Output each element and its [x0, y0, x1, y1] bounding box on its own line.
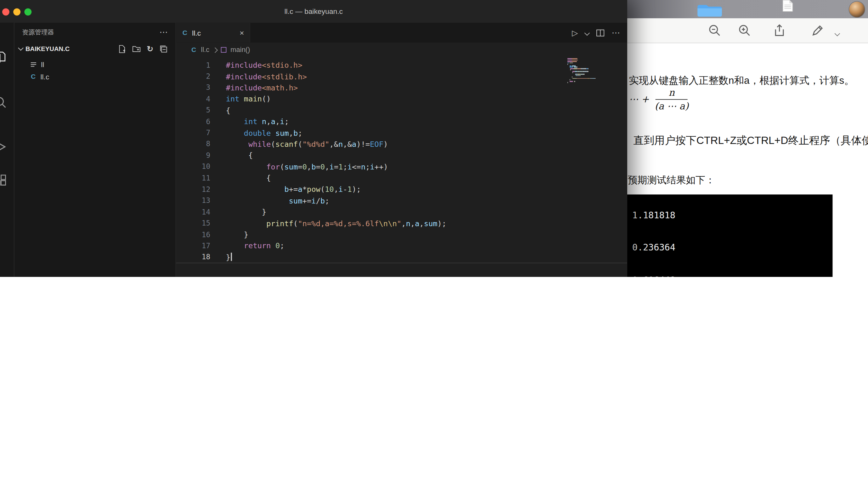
code-text: while(scanf("%d%d",&n,&a)!=EOF): [226, 140, 388, 148]
code-line[interactable]: 18}: [176, 251, 627, 263]
new-folder-icon[interactable]: [132, 45, 141, 53]
code-line[interactable]: 16 }: [176, 229, 627, 240]
search-icon[interactable]: [0, 96, 7, 109]
new-file-icon[interactable]: [118, 45, 126, 53]
more-actions-icon[interactable]: [612, 28, 620, 38]
user-avatar[interactable]: [849, 2, 865, 17]
code-line[interactable]: 15 printf("n=%d,a=%d,s=%.6lf\n\n",n,a,su…: [176, 217, 627, 229]
code-line[interactable]: 7 double sum,b;: [176, 127, 627, 138]
fraction-bar: [656, 99, 688, 99]
explorer-actions: [118, 45, 175, 53]
share-icon[interactable]: [773, 24, 786, 37]
code-line[interactable]: 1#include<stdio.h>: [176, 59, 627, 70]
folder-section-header[interactable]: BAIKEYUAN.C: [14, 41, 176, 56]
line-number: 13: [176, 196, 226, 204]
line-number: 11: [176, 174, 226, 182]
code-text: #include<stdlib.h>: [226, 72, 307, 81]
code-line[interactable]: 11 {: [176, 172, 627, 184]
editor-region: ll.c ll.c main(): [176, 23, 627, 277]
chevron-down-icon[interactable]: [835, 28, 848, 41]
console-line: [632, 253, 833, 264]
editor-tab-bar: ll.c: [176, 23, 627, 42]
collapse-all-icon[interactable]: [160, 45, 168, 53]
editor-cursor: [231, 253, 232, 261]
formula-denominator: (a ⋯ a): [655, 101, 689, 111]
line-number: 9: [176, 151, 226, 160]
line-number: 14: [176, 208, 226, 216]
console-line: [632, 221, 833, 231]
console-line: 0.236364: [632, 242, 833, 253]
tab-llc[interactable]: ll.c: [176, 23, 250, 42]
sidebar-header: 资源管理器: [14, 23, 176, 41]
title-bar[interactable]: ll.c — baikeyuan.c: [0, 0, 627, 23]
code-text: return 0;: [226, 241, 284, 250]
code-text: {: [226, 106, 230, 115]
code-line[interactable]: 14 }: [176, 206, 627, 217]
explorer-sidebar: 资源管理器 BAIKEYUAN.C ll: [14, 23, 176, 277]
code-line[interactable]: 3#include<math.h>: [176, 82, 627, 93]
close-tab-icon[interactable]: [240, 28, 244, 37]
document-icon[interactable]: [780, 0, 794, 12]
code-text: {: [226, 151, 253, 160]
sidebar-more-actions-icon[interactable]: [160, 27, 168, 37]
c-file-icon: [30, 73, 36, 80]
expected-output-screenshot: 1.181818 0.236364 0.606448 -------------…: [627, 194, 833, 277]
code-line[interactable]: 12 b+=a*pow(10,i-1);: [176, 184, 627, 195]
activity-bar: [0, 23, 14, 277]
symbol-icon: [221, 47, 226, 53]
doc-paragraph-3: 预期测试结果如下：: [628, 174, 715, 187]
console-line: [632, 264, 833, 275]
breadcrumb[interactable]: ll.c main(): [176, 42, 627, 57]
code-line[interactable]: 6 int n,a,i;: [176, 116, 627, 127]
zoom-in-icon[interactable]: [738, 24, 751, 37]
line-number: 15: [176, 219, 226, 227]
tab-label: ll.c: [192, 29, 201, 37]
file-name: ll: [41, 60, 44, 68]
split-editor-icon[interactable]: [596, 29, 604, 37]
line-number: 8: [176, 140, 226, 148]
line-number: 12: [176, 185, 226, 193]
code-line[interactable]: 9 {: [176, 150, 627, 161]
run-code-button[interactable]: [572, 28, 578, 38]
explorer-icon[interactable]: [0, 50, 7, 64]
formula-fraction: n (a ⋯ a): [655, 88, 689, 111]
code-line[interactable]: 4int main(): [176, 93, 627, 105]
editor-actions: [572, 28, 627, 38]
code-text: {: [226, 174, 271, 182]
file-name: ll.c: [40, 73, 49, 81]
code-text: int n,a,i;: [226, 117, 289, 126]
run-dropdown-icon[interactable]: [584, 30, 590, 35]
code-line[interactable]: 5{: [176, 105, 627, 116]
zoom-out-icon[interactable]: [708, 24, 721, 37]
breadcrumb-file[interactable]: ll.c: [201, 46, 209, 54]
code-text: for(sum=0,b=0,i=1;i<=n;i++): [226, 162, 388, 171]
folder-icon[interactable]: [697, 2, 722, 17]
markup-pencil-icon[interactable]: [811, 24, 824, 37]
code-line[interactable]: 8 while(scanf("%d%d",&n,&a)!=EOF): [176, 138, 627, 150]
breadcrumb-symbol[interactable]: main(): [230, 46, 250, 54]
run-debug-icon[interactable]: [0, 140, 7, 153]
code-text: double sum,b;: [226, 128, 303, 137]
code-editor[interactable]: 1#include<stdio.h>2#include<stdlib.h>3#i…: [176, 57, 627, 277]
line-number: 6: [176, 117, 226, 125]
code-line[interactable]: 13 sum+=i/b;: [176, 195, 627, 206]
vscode-window: ll.c — baikeyuan.c: [0, 0, 627, 277]
minimap[interactable]: [567, 58, 621, 84]
file-item-llc[interactable]: ll.c: [14, 70, 176, 83]
refresh-icon[interactable]: [147, 45, 154, 53]
folder-name: BAIKEYUAN.C: [26, 45, 69, 52]
code-text: }: [226, 253, 232, 261]
doc-paragraph-2: 直到用户按下CTRL+Z或CTRL+D终止程序（具体使: [633, 134, 868, 148]
code-line[interactable]: 2#include<stdlib.h>: [176, 70, 627, 82]
extensions-icon[interactable]: [0, 174, 7, 187]
code-line[interactable]: 17 return 0;: [176, 240, 627, 251]
line-number: 10: [176, 163, 226, 171]
code-text: printf("n=%d,a=%d,s=%.6lf\n\n",n,a,sum);: [226, 219, 446, 227]
code-line[interactable]: 10 for(sum=0,b=0,i=1;i<=n;i++): [176, 161, 627, 172]
file-item-ll[interactable]: ll: [14, 58, 176, 70]
line-number: 3: [176, 84, 226, 92]
console-line: 0.606448: [632, 275, 833, 277]
chevron-right-icon: [212, 47, 218, 53]
formula-prefix: ⋯ +: [629, 94, 649, 105]
preview-toolbar: [627, 18, 868, 43]
